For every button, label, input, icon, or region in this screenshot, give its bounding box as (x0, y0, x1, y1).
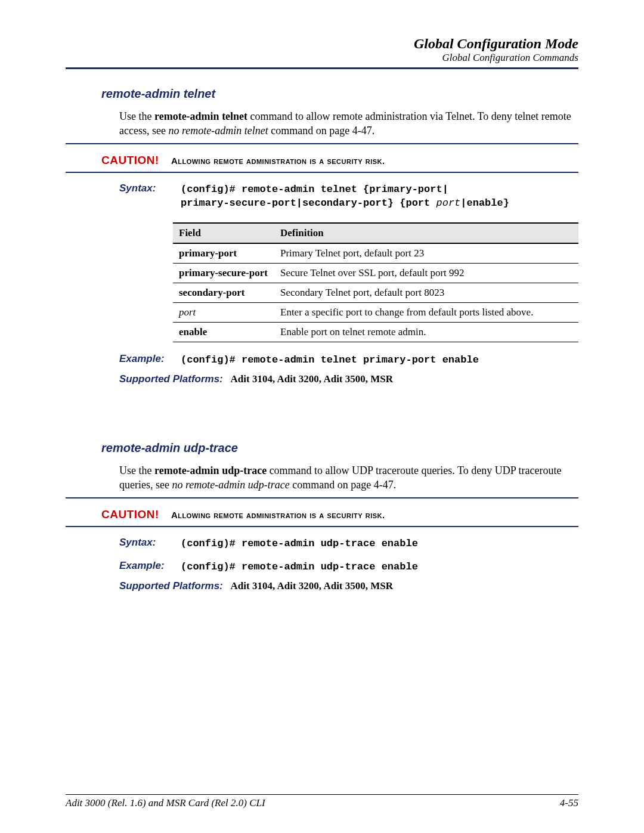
example-label: Example: (119, 353, 170, 367)
syntax-code: (config)# remote-admin telnet {primary-p… (181, 182, 509, 211)
syntax-label: Syntax: (119, 182, 170, 211)
syntax-label: Syntax: (119, 537, 170, 551)
table-row: primary-port Primary Telnet port, defaul… (173, 243, 578, 264)
header-subtitle: Global Configuration Commands (66, 52, 578, 64)
table-row: secondary-port Secondary Telnet port, de… (173, 283, 578, 303)
example-label: Example: (119, 560, 170, 574)
syntax-code: (config)# remote-admin udp-trace enable (181, 537, 418, 551)
field-def: Enable port on telnet remote admin. (274, 323, 578, 342)
platforms-label: Supported Platforms: (119, 580, 223, 592)
platforms-block: Supported Platforms: Adit 3104, Adit 320… (119, 373, 578, 385)
divider (66, 172, 578, 173)
header-rule (66, 67, 578, 69)
table-row: port Enter a specific port to change fro… (173, 303, 578, 323)
caution-label: CAUTION! (101, 154, 159, 167)
footer-rule (66, 794, 578, 795)
intro-command: remote-admin udp-trace (154, 465, 267, 476)
page-header: Global Configuration Mode Global Configu… (66, 36, 578, 64)
example-code: (config)# remote-admin udp-trace enable (181, 560, 418, 574)
example-code: (config)# remote-admin telnet primary-po… (181, 353, 479, 367)
code-param: port (436, 197, 460, 209)
field-definition-table: Field Definition primary-port Primary Te… (173, 222, 578, 342)
col-definition: Definition (274, 223, 578, 243)
field-def: Secure Telnet over SSL port, default por… (274, 264, 578, 283)
page-footer: Adit 3000 (Rel. 1.6) and MSR Card (Rel 2… (66, 789, 578, 809)
footer-row: Adit 3000 (Rel. 1.6) and MSR Card (Rel 2… (66, 797, 578, 809)
field-table-wrap: Field Definition primary-port Primary Te… (173, 222, 578, 342)
intro-text: command on page 4-47. (268, 125, 374, 137)
platforms-block: Supported Platforms: Adit 3104, Adit 320… (119, 580, 578, 592)
intro-reference: no remote-admin telnet (168, 125, 268, 137)
intro-text: Use the (119, 110, 154, 122)
divider (66, 143, 578, 144)
intro-command: remote-admin telnet (154, 110, 247, 122)
section-intro-telnet: Use the remote-admin telnet command to a… (119, 109, 578, 138)
platforms-label: Supported Platforms: (119, 373, 223, 385)
caution-label: CAUTION! (101, 508, 159, 521)
field-name: primary-port (173, 243, 274, 264)
example-block: Example: (config)# remote-admin udp-trac… (119, 560, 578, 574)
example-block: Example: (config)# remote-admin telnet p… (119, 353, 578, 367)
caution-text: Allowing remote administration is a secu… (171, 156, 385, 166)
field-def: Primary Telnet port, default port 23 (274, 243, 578, 264)
section-intro-udptrace: Use the remote-admin udp-trace command t… (119, 463, 578, 493)
caution-text: Allowing remote administration is a secu… (171, 510, 385, 520)
platforms-value: Adit 3104, Adit 3200, Adit 3500, MSR (231, 580, 394, 592)
table-row: enable Enable port on telnet remote admi… (173, 323, 578, 342)
section-title-telnet: remote-admin telnet (101, 87, 578, 101)
documentation-page: Global Configuration Mode Global Configu… (0, 0, 644, 833)
divider (66, 526, 578, 527)
code-line: (config)# remote-admin telnet {primary-p… (181, 184, 448, 195)
syntax-block: Syntax: (config)# remote-admin telnet {p… (119, 182, 578, 211)
section-title-udptrace: remote-admin udp-trace (101, 441, 578, 455)
code-line: |enable} (460, 197, 509, 209)
divider (66, 497, 578, 498)
field-name: secondary-port (173, 283, 274, 303)
field-def: Secondary Telnet port, default port 8023 (274, 283, 578, 303)
intro-text: Use the (119, 465, 154, 476)
platforms-value: Adit 3104, Adit 3200, Adit 3500, MSR (231, 373, 394, 385)
code-line: primary-secure-port|secondary-port} {por… (181, 197, 436, 209)
intro-reference: no remote-admin udp-trace (172, 479, 289, 491)
caution-block: CAUTION! Allowing remote administration … (101, 508, 578, 521)
field-name: enable (173, 323, 274, 342)
field-name: primary-secure-port (173, 264, 274, 283)
table-row: primary-secure-port Secure Telnet over S… (173, 264, 578, 283)
field-def: Enter a specific port to change from def… (274, 303, 578, 323)
footer-left: Adit 3000 (Rel. 1.6) and MSR Card (Rel 2… (66, 797, 265, 809)
table-header-row: Field Definition (173, 223, 578, 243)
header-title: Global Configuration Mode (66, 36, 578, 52)
field-name: port (173, 303, 274, 323)
col-field: Field (173, 223, 274, 243)
syntax-block: Syntax: (config)# remote-admin udp-trace… (119, 537, 578, 551)
footer-page-number: 4-55 (560, 797, 578, 809)
section-gap (66, 385, 578, 439)
caution-block: CAUTION! Allowing remote administration … (101, 154, 578, 167)
intro-text: command on page 4-47. (290, 479, 396, 491)
